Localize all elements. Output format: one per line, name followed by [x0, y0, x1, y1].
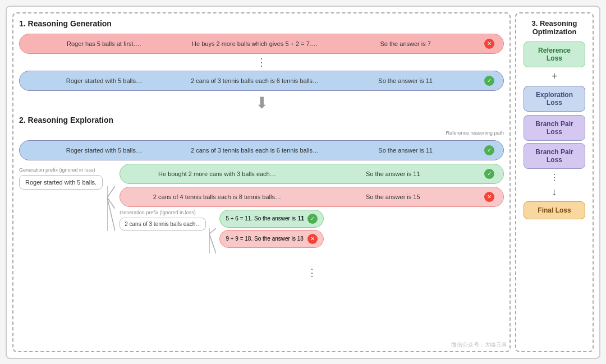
prefix-box: Roger started with 5 balls. — [19, 175, 103, 190]
branch-pair-loss-2-box: Branch Pair Loss — [524, 143, 585, 169]
sub-branches: Generation prefix (ignored in loss) 2 ca… — [120, 210, 504, 265]
arrow-down-main: ⬇ — [19, 95, 504, 111]
exp-ref-p1: Roger started with 5 balls… — [29, 147, 180, 154]
correct-bar-text: Roger started with 5 balls… 2 cans of 3 … — [29, 77, 481, 84]
branch1-p1: He bought 2 more cans with 3 balls each… — [129, 171, 305, 177]
branch1-bar: He bought 2 more cans with 3 balls each…… — [120, 164, 504, 184]
branch2-bar: 2 cans of 4 tennis balls each is 8 tenni… — [120, 187, 504, 207]
exploration-loss-box: Exploration Loss — [524, 86, 585, 112]
left-panel: 1. Reasoning Generation Roger has 5 ball… — [12, 12, 511, 352]
exp-ref-p2: 2 cans of 3 tennis balls each is 6 tenni… — [180, 147, 330, 154]
correct-bar-p3: So the answer is 11 — [330, 77, 481, 84]
correct-bar-p1: Roger started with 5 balls… — [29, 77, 180, 84]
prefix-label: Generation prefix (ignored in loss) — [19, 167, 95, 173]
section1: 1. Reasoning Generation Roger has 5 ball… — [19, 19, 504, 91]
sub-branch1-icon: ✓ — [307, 214, 318, 224]
exp-ref-bar-text: Roger started with 5 balls… 2 cans of 3 … — [29, 147, 481, 154]
final-loss-box: Final Loss — [524, 201, 585, 219]
sub-branch2-icon: ✕ — [307, 234, 318, 244]
wrong-icon: ✕ — [484, 39, 494, 49]
rp-dots: ⋮ — [550, 172, 559, 183]
branch-pair-container: Branch Pair Loss Branch Pair Loss — [524, 115, 585, 169]
wrong-bar-p3: So the answer is 7 — [330, 40, 481, 47]
sub-prefix-box: 2 cans of 3 tennis balls each… — [120, 218, 206, 231]
sub-prefix-wrapper: Generation prefix (ignored in loss) 2 ca… — [120, 218, 206, 231]
correct-icon: ✓ — [484, 76, 494, 86]
plus-sign: + — [552, 71, 558, 82]
sub-prefix-label: Generation prefix (ignored in loss) — [120, 210, 196, 215]
section2-title: 2. Reasoning Exploration — [19, 116, 504, 125]
section2: 2. Reasoning Exploration Reference reaso… — [19, 116, 504, 345]
branch2-icon: ✕ — [484, 192, 494, 202]
svg-line-0 — [107, 186, 115, 197]
wrong-bar-p1: Roger has 5 balls at first…. — [29, 40, 180, 47]
exp-ref-bar: Roger started with 5 balls… 2 cans of 3 … — [19, 140, 504, 160]
branch2-p2: So the answer is 15 — [305, 193, 481, 200]
svg-line-4 — [209, 228, 216, 234]
svg-line-5 — [209, 234, 216, 254]
branch-connector-svg — [107, 181, 115, 248]
sub-branch-connector-svg — [209, 225, 216, 265]
main-container: 1. Reasoning Generation Roger has 5 ball… — [6, 6, 600, 359]
exp-ref-icon: ✓ — [484, 145, 494, 155]
sub-branch2-bar: 9 + 9 = 18. So the answer is 18 ✕ — [219, 230, 324, 248]
correct-bar-p2: 2 cans of 3 tennis balls each is 6 tenni… — [180, 77, 330, 84]
watermark: 微信公众号：大嗪元兽 — [451, 341, 507, 349]
rp-arrow-down: ↓ — [552, 186, 557, 198]
right-panel: 3. Reasoning Optimization Reference Loss… — [515, 12, 594, 352]
sub-branch1-p2: 11 — [298, 215, 304, 222]
prefix-wrapper: Generation prefix (ignored in loss) Roge… — [19, 175, 103, 190]
sub-branch-bars: 5 + 6 = 11. So the answer is 11 ✓ 9 + 9 … — [219, 210, 324, 248]
ref-path-label: Reference reasoning path — [19, 130, 504, 136]
section3-title: 3. Reasoning Optimization — [522, 19, 587, 36]
sub-branch1-bar: 5 + 6 = 11. So the answer is 11 ✓ — [219, 210, 324, 228]
exploration-area: Generation prefix (ignored in loss) Roge… — [19, 164, 504, 278]
wrong-bar-text: Roger has 5 balls at first…. He buys 2 m… — [29, 40, 481, 47]
sub-branch1-text: 5 + 6 = 11. So the answer is — [226, 215, 296, 222]
section1-title: 1. Reasoning Generation — [19, 19, 504, 28]
branches: He bought 2 more cans with 3 balls each…… — [120, 164, 504, 278]
branch2-p1: 2 cans of 4 tennis balls each is 8 tenni… — [129, 193, 305, 200]
branch1-icon: ✓ — [484, 169, 494, 179]
dots-1: ⋮ — [19, 57, 504, 67]
dots-2: ⋮ — [120, 268, 504, 278]
ref-loss-box: Reference Loss — [524, 42, 585, 67]
wrong-reasoning-bar: Roger has 5 balls at first…. He buys 2 m… — [19, 34, 504, 54]
branch-pair-loss-1-box: Branch Pair Loss — [524, 115, 585, 141]
correct-reasoning-bar: Roger started with 5 balls… 2 cans of 3 … — [19, 71, 504, 91]
branch2-text: 2 cans of 4 tennis balls each is 8 tenni… — [129, 193, 481, 200]
exp-ref-p3: So the answer is 11 — [330, 147, 481, 154]
branch1-text: He bought 2 more cans with 3 balls each…… — [129, 171, 481, 177]
branch1-p2: So the answer is 11 — [305, 171, 481, 177]
wrong-bar-p2: He buys 2 more balls which gives 5 + 2 =… — [180, 40, 330, 47]
sub-branch2-text: 9 + 9 = 18. So the answer is 18 — [226, 236, 303, 242]
